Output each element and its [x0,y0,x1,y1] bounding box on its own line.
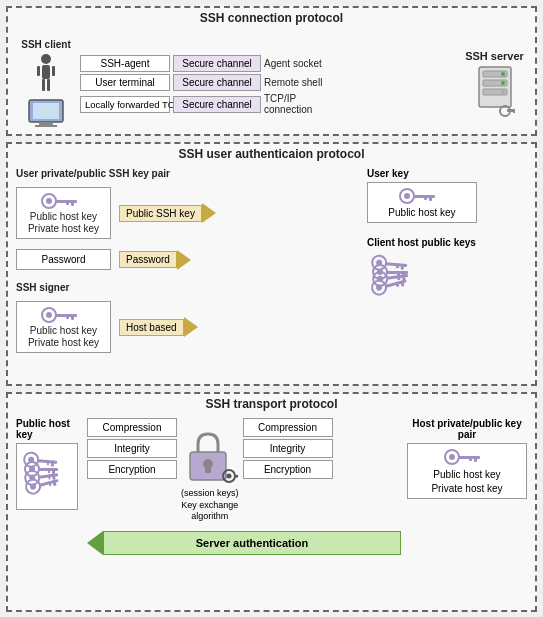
key-icon-1 [41,192,87,210]
host-based-row: Public host key Private host key Host ba… [16,301,359,353]
svg-point-22 [46,198,52,204]
channel-row-1: SSH-agent Secure channel Agent socket [80,55,458,72]
svg-rect-5 [52,66,55,76]
ssh-client-area: SSH client [16,39,76,128]
right-stack: Compression Integrity Encryption [243,418,333,479]
public-private-key-box-2: Public host key Private host key [16,301,111,353]
ssh-server-area: SSH server [462,50,527,117]
remote-shell-label: Remote shell [264,77,336,88]
key-exchange-label: (session keys)Key exchangealgorithm [181,488,239,523]
secure-channel-1: Secure channel [173,55,261,72]
svg-rect-81 [234,475,238,478]
server-icon [475,65,515,117]
svg-rect-1 [42,65,50,79]
svg-rect-25 [66,200,69,205]
compression-box-right: Compression [243,418,333,437]
svg-rect-3 [47,79,50,91]
left-stack: Compression Integrity Encryption [87,418,177,479]
signer-label: SSH signer [16,282,359,293]
svg-rect-35 [424,195,427,200]
user-key-box: Public host key [367,182,477,223]
svg-rect-4 [37,66,40,76]
channel-row-3: Locally forwarded TCP port Secure channe… [80,93,458,115]
arrow-icon-3 [184,317,198,337]
public-ssh-key-arrow: Public SSH key [119,203,216,223]
tcp-port-box: Locally forwarded TCP port [80,96,170,113]
channel-row-2: User terminal Secure channel Remote shel… [80,74,458,91]
svg-rect-34 [429,195,432,201]
lock-icon [182,428,238,484]
center-lock: (session keys)Key exchangealgorithm [181,418,239,523]
person-icon [32,52,60,98]
auth-left: User private/public SSH key pair Public … [16,168,359,380]
svg-rect-88 [469,456,472,461]
panel3: SSH transport protocol Public host key [6,392,537,612]
ssh-agent-box: SSH-agent [80,55,170,72]
tcpip-label: TCP/IP connection [264,93,336,115]
svg-rect-24 [71,200,74,206]
svg-rect-20 [510,109,512,112]
host-based-arrow: Host based [119,317,198,337]
panel2: SSH user authenticaion protocol User pri… [6,142,537,386]
auth-right: User key Public host key Client host pub… [367,168,527,380]
svg-rect-50 [397,271,400,276]
host-keypair-label: Host private/public key pair [407,418,527,440]
server-auth-arrow-left [87,531,103,555]
arrow-icon-1 [202,203,216,223]
svg-rect-87 [474,456,477,462]
password-arrow: Password [119,250,191,270]
panel3-title: SSH transport protocol [8,394,535,414]
ssh-client-label: SSH client [21,39,70,50]
svg-point-80 [226,474,231,479]
panel1: SSH connection protocol SSH client [6,6,537,136]
transport-right: Host private/public key pair Public host… [407,418,527,499]
svg-rect-70 [48,468,50,473]
svg-rect-19 [513,109,515,113]
host-private-key-label: Private host key [431,483,502,494]
svg-point-0 [41,54,51,64]
arrow-icon-2 [177,250,191,270]
encryption-box-left: Encryption [87,460,177,479]
host-public-key-label: Public host key [433,469,500,480]
encryption-box-right: Encryption [243,460,333,479]
svg-point-32 [404,193,410,199]
svg-point-14 [501,72,505,76]
ssh-server-label: SSH server [465,50,524,62]
keypair-label: User private/public SSH key pair [16,168,359,179]
user-key-icon [399,187,445,205]
svg-rect-2 [42,79,45,91]
svg-point-15 [501,81,505,85]
panel2-title: SSH user authenticaion protocol [8,144,535,164]
svg-rect-8 [39,122,53,125]
transport-left: Public host key [16,418,81,510]
svg-point-85 [449,454,455,460]
panel1-title: SSH connection protocol [8,8,535,28]
key-icon-2 [41,306,87,324]
svg-rect-74 [51,460,55,466]
svg-rect-55 [396,263,399,268]
svg-rect-49 [402,271,405,277]
transport-keys-icon [21,448,75,503]
password-row: Password Password [16,249,359,270]
integrity-box-right: Integrity [243,439,333,458]
channels-section: SSH-agent Secure channel Agent socket Us… [80,51,458,115]
svg-rect-78 [205,464,211,473]
integrity-box-left: Integrity [87,439,177,458]
agent-socket-label: Agent socket [264,58,336,69]
client-host-label: Client host public keys [367,237,476,248]
public-private-key-box-1: Public host key Private host key [16,187,111,239]
transport-middle: Compression Integrity Encryption [87,418,401,555]
secure-channel-3: Secure channel [173,96,261,113]
user-terminal-box: User terminal [80,74,170,91]
server-auth-label: Server authentication [103,531,401,555]
svg-rect-29 [71,314,74,320]
user-key-label: User key [367,168,409,179]
svg-rect-9 [35,125,57,127]
secure-channel-2: Secure channel [173,74,261,91]
keys-cluster [367,251,437,311]
svg-rect-54 [401,264,405,270]
boxes-row: Compression Integrity Encryption [87,418,401,523]
svg-rect-69 [52,468,55,474]
host-public-key-icon [444,448,490,466]
keys-cluster-icon [367,251,437,311]
